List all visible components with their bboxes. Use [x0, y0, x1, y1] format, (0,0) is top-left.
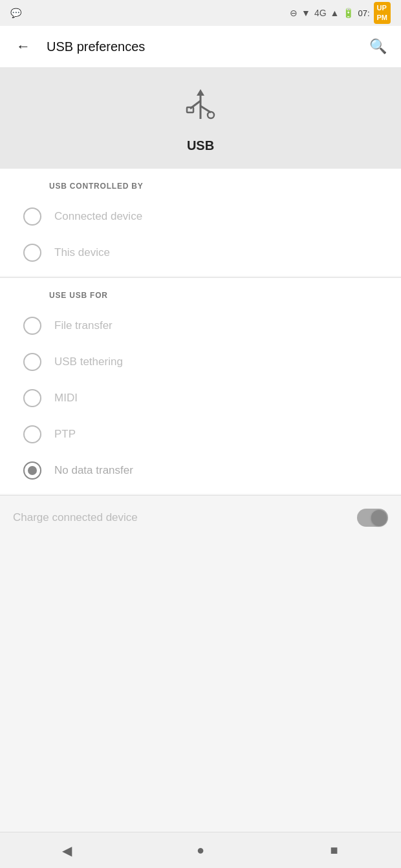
charge-connected-device-row: Charge connected device [0, 496, 401, 540]
toggle-knob [371, 510, 387, 525]
svg-marker-1 [197, 89, 204, 96]
search-icon: 🔍 [369, 38, 387, 55]
usb-symbol-icon [181, 87, 220, 133]
battery-icon: 🔋 [343, 8, 354, 18]
page-title: USB preferences [47, 39, 354, 54]
charge-connected-device-toggle[interactable] [357, 509, 388, 527]
nav-back-icon: ◀ [62, 843, 72, 858]
wifi-icon: ▼ [301, 8, 310, 18]
back-arrow-icon: ← [16, 38, 30, 55]
nav-recent-button[interactable]: ■ [315, 838, 354, 863]
radio-circle-no-data-transfer [23, 461, 41, 480]
search-button[interactable]: 🔍 [365, 34, 391, 59]
radio-label-no-data-transfer: No data transfer [54, 464, 133, 477]
radio-circle-file-transfer [23, 317, 41, 335]
radio-label-this-device: This device [54, 246, 110, 259]
radio-circle-midi [23, 389, 41, 407]
nav-bar: ◀ ● ■ [0, 832, 401, 868]
radio-no-data-transfer[interactable]: No data transfer [13, 452, 388, 489]
radio-label-connected-device: Connected device [54, 210, 142, 223]
use-usb-for-section: USE USB FOR File transfer USB tethering … [0, 278, 401, 494]
charge-connected-device-label: Charge connected device [13, 511, 138, 524]
radio-circle-connected-device [23, 207, 41, 226]
radio-label-usb-tethering: USB tethering [54, 355, 123, 368]
back-button[interactable]: ← [10, 34, 36, 59]
svg-rect-3 [187, 107, 193, 112]
radio-circle-usb-tethering [23, 353, 41, 371]
radio-label-midi: MIDI [54, 392, 78, 405]
status-bar: 💬 ⊖ ▼ 4G ▲ 🔋 07: UPPM [0, 0, 401, 26]
usb-controlled-by-section: USB CONTROLLED BY Connected device This … [0, 169, 401, 276]
svg-point-5 [208, 112, 214, 118]
do-not-disturb-icon: ⊖ [290, 8, 298, 18]
app-bar: ← USB preferences 🔍 [0, 26, 401, 67]
radio-file-transfer[interactable]: File transfer [13, 308, 388, 344]
radio-usb-tethering[interactable]: USB tethering [13, 344, 388, 380]
status-left: 💬 [10, 8, 21, 18]
signal-bars-icon: ▲ [331, 8, 340, 18]
status-time: 07: [358, 8, 369, 18]
nav-home-button[interactable]: ● [181, 838, 220, 863]
usb-controlled-by-title: USB CONTROLLED BY [13, 182, 388, 191]
radio-circle-this-device [23, 244, 41, 262]
usb-label: USB [187, 138, 214, 153]
nav-home-icon: ● [197, 843, 204, 858]
up-pm-badge: UPPM [374, 2, 391, 25]
spacer [0, 540, 401, 832]
radio-this-device[interactable]: This device [13, 235, 388, 271]
radio-midi[interactable]: MIDI [13, 380, 388, 416]
radio-ptp[interactable]: PTP [13, 416, 388, 452]
radio-label-file-transfer: File transfer [54, 319, 113, 332]
nav-back-button[interactable]: ◀ [47, 838, 86, 863]
nav-recent-icon: ■ [331, 843, 338, 858]
radio-circle-ptp [23, 425, 41, 443]
use-usb-for-title: USE USB FOR [13, 291, 388, 300]
signal-4g-icon: 4G [314, 8, 327, 18]
usb-hero: USB [0, 67, 401, 169]
whatsapp-icon: 💬 [10, 8, 21, 18]
status-right: ⊖ ▼ 4G ▲ 🔋 07: UPPM [290, 2, 391, 25]
radio-label-ptp: PTP [54, 428, 76, 441]
radio-connected-device[interactable]: Connected device [13, 198, 388, 235]
